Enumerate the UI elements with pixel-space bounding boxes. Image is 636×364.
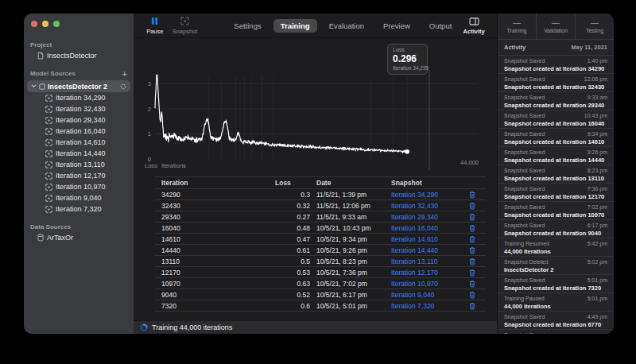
snapshot-viewfinder-icon	[45, 172, 52, 180]
activity-entry-title: Snapshot Saved	[504, 76, 545, 82]
trash-icon[interactable]	[469, 191, 475, 199]
snapshot-viewfinder-icon	[45, 139, 52, 146]
activity-entry[interactable]: Snapshot Saved 4:49 pm Snapshot created …	[498, 312, 614, 330]
activity-entry-time: 8:23 pm	[588, 168, 607, 173]
snapshot-link[interactable]: Iteration 29,340	[391, 213, 438, 221]
table-row[interactable]: 13110 0.5 10/5/21, 8:23 pm Iteration 13,…	[155, 256, 486, 267]
activity-entry[interactable]: Snapshot Saved 5:01 pm Snapshot created …	[498, 275, 614, 293]
activity-entry[interactable]: Snapshot Saved 6:17 pm Snapshot created …	[498, 220, 614, 238]
col-header-loss: Loss	[275, 179, 310, 187]
add-model-source-button[interactable]: +	[122, 70, 127, 78]
table-row[interactable]: 29340 0.27 11/5/21, 9:33 am Iteration 29…	[155, 211, 486, 223]
table-row[interactable]: 34290 0.3 11/5/21, 1:39 pm Iteration 34,…	[155, 189, 486, 200]
sidebar-item-iteration[interactable]: Iteration 9,040	[24, 192, 134, 203]
snapshot-link[interactable]: Iteration 34,290	[391, 191, 438, 199]
svg-text:Iterations: Iterations	[161, 162, 186, 169]
pause-icon	[151, 17, 158, 26]
table-row[interactable]: 14610 0.47 10/5/21, 9:34 pm Iteration 14…	[155, 234, 486, 245]
snapshot-link[interactable]: Iteration 16,040	[391, 224, 438, 232]
activity-entry[interactable]: Snapshot Saved 12:06 pm Snapshot created…	[498, 74, 614, 92]
trash-icon[interactable]	[469, 202, 475, 210]
sidebar-item-label: Iteration 14,610	[56, 138, 106, 146]
table-row[interactable]: 7320 0.6 10/5/21, 5:01 pm Iteration 7,32…	[155, 300, 486, 312]
tab-training[interactable]: Training	[273, 19, 317, 33]
activity-entry-title: Snapshot Saved	[504, 131, 545, 137]
trash-icon[interactable]	[469, 302, 475, 310]
activity-entry[interactable]: Snapshot Deleted 5:02 pm InsectsDetector…	[498, 257, 614, 275]
snapshot-button[interactable]: Snapshot	[170, 17, 200, 35]
sidebar-item-iteration[interactable]: Iteration 32,430	[24, 103, 134, 114]
trash-icon[interactable]	[469, 246, 475, 254]
sidebar-item-iteration[interactable]: Iteration 16,040	[24, 126, 134, 137]
activity-entry[interactable]: Snapshot Saved 8:23 pm Snapshot created …	[498, 165, 614, 184]
snapshot-link[interactable]: Iteration 32,430	[391, 202, 438, 210]
close-window-button[interactable]	[31, 21, 37, 27]
tab-settings[interactable]: Settings	[227, 19, 268, 33]
sidebar-item-label: Iteration 34,290	[56, 94, 106, 102]
activity-list[interactable]: Snapshot Saved 1:40 pm Snapshot created …	[498, 56, 614, 334]
table-body: 34290 0.3 11/5/21, 1:39 pm Iteration 34,…	[155, 189, 486, 312]
table-row[interactable]: 12170 0.53 10/5/21, 7:36 pm Iteration 12…	[155, 267, 486, 278]
snapshot-link[interactable]: Iteration 9,040	[391, 291, 434, 299]
sidebar-item-model-selected[interactable]: InsectsDetector 2	[27, 80, 130, 92]
activity-entry[interactable]: Snapshot Saved	[498, 330, 614, 334]
activity-entry-time: 7:36 pm	[588, 186, 607, 192]
snapshot-link[interactable]: Iteration 7,320	[391, 302, 434, 310]
table-row[interactable]: 9040 0.52 10/5/21, 6:17 pm Iteration 9,0…	[155, 289, 486, 300]
pause-button[interactable]: Pause	[140, 17, 170, 35]
activity-entry[interactable]: Training Resumed 5:42 pm 44,000 iteratio…	[498, 238, 614, 257]
sidebar-item-iteration[interactable]: Iteration 29,340	[24, 114, 134, 126]
sidebar-item-iteration[interactable]: Iteration 13,110	[24, 159, 134, 170]
trash-icon[interactable]	[469, 280, 475, 288]
snapshot-link[interactable]: Iteration 12,170	[391, 269, 438, 277]
sidebar-item-data-source[interactable]: ArTaxOr	[24, 232, 134, 243]
trash-icon[interactable]	[469, 213, 475, 221]
date-cell: 11/5/21, 9:33 am	[310, 213, 391, 221]
table-row[interactable]: 32430 0.32 11/5/21, 12:06 pm Iteration 3…	[155, 200, 486, 211]
sidebar-item-iteration[interactable]: Iteration 12,170	[24, 170, 134, 181]
activity-entry[interactable]: Snapshot Saved 7:02 pm Snapshot created …	[498, 202, 614, 220]
snapshot-link[interactable]: Iteration 14,610	[391, 235, 438, 243]
activity-entry-time: 1:40 pm	[588, 58, 607, 64]
snapshot-link[interactable]: Iteration 10,970	[391, 280, 438, 288]
activity-entry[interactable]: Snapshot Saved 9:34 pm Snapshot created …	[498, 129, 614, 147]
snapshot-link[interactable]: Iteration 13,110	[391, 258, 437, 265]
trash-icon[interactable]	[469, 224, 475, 232]
iteration-cell: 34290	[155, 191, 275, 199]
activity-entry[interactable]: Snapshot Saved 10:43 pm Snapshot created…	[498, 110, 614, 129]
activity-entry-message: Snapshot created at iteration 12170	[504, 193, 607, 200]
trash-icon[interactable]	[469, 291, 475, 299]
activity-entry-time: 5:01 pm	[588, 296, 607, 301]
training-progress-spinner-icon	[120, 83, 126, 90]
tab-preview[interactable]: Preview	[376, 19, 417, 33]
trash-icon[interactable]	[469, 258, 475, 265]
sidebar-item-iteration[interactable]: Iteration 14,440	[24, 148, 134, 159]
status-bar: Training 44,000 iterations	[134, 320, 497, 334]
table-row[interactable]: 16040 0.48 10/5/21, 10:43 pm Iteration 1…	[155, 223, 486, 234]
zoom-window-button[interactable]	[53, 21, 60, 27]
activity-entry-time: 10:43 pm	[584, 113, 607, 118]
tab-output[interactable]: Output	[422, 19, 460, 33]
trash-icon[interactable]	[469, 235, 475, 243]
date-cell: 10/5/21, 7:02 pm	[310, 280, 391, 288]
svg-text:1: 1	[148, 130, 151, 137]
activity-entry[interactable]: Snapshot Saved 1:40 pm Snapshot created …	[498, 56, 614, 74]
activity-toggle-button[interactable]: Activity	[459, 17, 489, 35]
activity-entry[interactable]: Snapshot Saved 9:26 pm Snapshot created …	[498, 147, 614, 165]
sidebar-item-iteration[interactable]: Iteration 34,290	[24, 92, 134, 103]
activity-entry[interactable]: Training Paused 5:01 pm 44,000 iteration…	[498, 293, 614, 312]
activity-entry[interactable]: Snapshot Saved 9:33 am Snapshot created …	[498, 92, 614, 110]
sidebar-item-iteration[interactable]: Iteration 14,610	[24, 137, 134, 148]
table-row[interactable]: 10970 0.63 10/5/21, 7:02 pm Iteration 10…	[155, 278, 486, 289]
loss-chart[interactable]: 0123LossIterations44,000	[134, 38, 497, 175]
minimize-window-button[interactable]	[42, 21, 48, 27]
trash-icon[interactable]	[469, 269, 475, 277]
sidebar-item-iteration[interactable]: Iteration 10,970	[24, 181, 134, 192]
chevron-down-icon[interactable]	[31, 83, 37, 89]
snapshot-link[interactable]: Iteration 14,440	[391, 246, 438, 254]
sidebar-item-iteration[interactable]: Iteration 7,320	[24, 203, 134, 215]
table-row[interactable]: 14440 0.61 10/5/21, 9:26 pm Iteration 14…	[155, 245, 486, 256]
activity-entry[interactable]: Snapshot Saved 7:36 pm Snapshot created …	[498, 184, 614, 202]
sidebar-item-project[interactable]: InsectsDetector	[24, 50, 134, 61]
tab-evaluation[interactable]: Evaluation	[322, 19, 371, 33]
